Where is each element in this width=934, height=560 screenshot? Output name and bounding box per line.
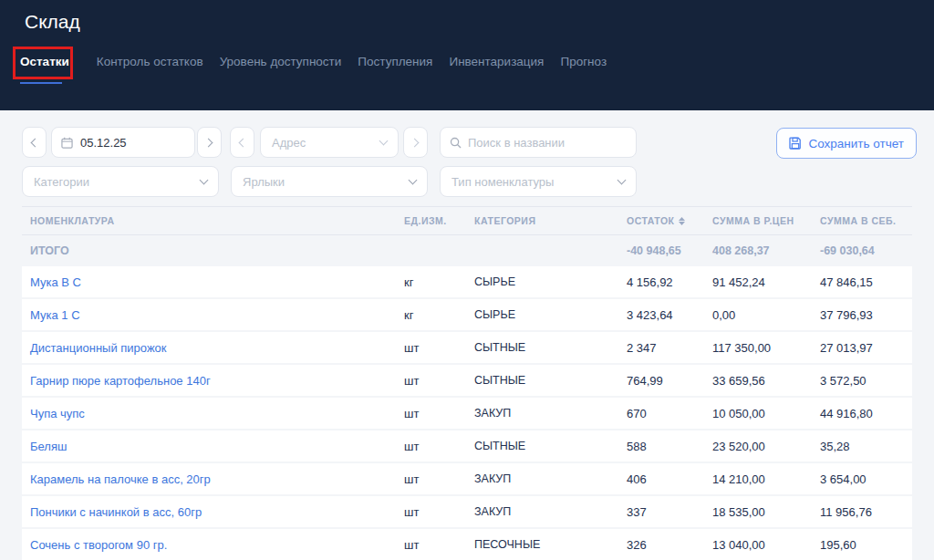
totals-label: ИТОГО (30, 244, 404, 257)
tab-postupleniya[interactable]: Поступления (358, 55, 432, 68)
table-row: Мука 1 С кг СЫРЬЕ 3 423,64 0,00 37 796,9… (22, 299, 912, 330)
table-row: Беляш шт СЫТНЫЕ 588 23 520,00 35,28 (22, 430, 912, 461)
address-select[interactable]: Адрес (260, 127, 399, 158)
search-input[interactable] (468, 136, 623, 150)
date-prev-button[interactable] (22, 127, 47, 158)
table-row: Мука В С кг СЫРЬЕ 4 156,92 91 452,24 47 … (22, 266, 912, 297)
item-link[interactable]: Мука 1 С (30, 308, 404, 322)
chevron-down-icon (379, 136, 389, 145)
totals-sum-cost: -69 030,64 (820, 244, 912, 257)
item-link[interactable]: Пончики с начинкой в асс, 60гр (30, 505, 404, 519)
totals-row: ИТОГО -40 948,65 408 268,37 -69 030,64 (22, 235, 912, 266)
tab-ostatki[interactable]: Остатки (20, 55, 69, 68)
table-row: Дистанционный пирожок шт СЫТНЫЕ 2 347 11… (22, 332, 912, 363)
date-next-button[interactable] (197, 127, 222, 158)
chevron-left-icon (239, 138, 248, 147)
active-tab-underline (20, 82, 62, 84)
col-header-nomenclature: НОМЕНКЛАТУРА (30, 215, 404, 226)
labels-select[interactable]: Ярлыки (231, 166, 428, 197)
nomenclature-type-select[interactable]: Тип номенклатуры (440, 166, 637, 197)
address-prev-button[interactable] (230, 127, 254, 158)
item-link[interactable]: Сочень с творогом 90 гр. (30, 538, 404, 552)
chevron-right-icon (204, 138, 213, 147)
item-link[interactable]: Дистанционный пирожок (30, 341, 404, 355)
date-input[interactable] (80, 136, 171, 150)
search-field[interactable] (440, 127, 637, 158)
top-header: Склад Остатки Контроль остатков Уровень … (0, 0, 934, 110)
chevron-left-icon (31, 138, 40, 147)
table-row: Пончики с начинкой в асс, 60гр шт ЗАКУП … (22, 496, 912, 527)
totals-stock: -40 948,65 (627, 244, 712, 257)
col-header-stock-sortable[interactable]: ОСТАТОК (627, 215, 712, 226)
chevron-down-icon (200, 175, 209, 184)
warehouse-page: Склад Остатки Контроль остатков Уровень … (0, 0, 934, 560)
item-link[interactable]: Гарнир пюре картофельное 140г (30, 374, 404, 388)
table-row: Чупа чупс шт ЗАКУП 670 10 050,00 44 916,… (22, 398, 912, 429)
tab-inventarizatsiya[interactable]: Инвентаризация (449, 55, 544, 68)
table-row: Сочень с творогом 90 гр. шт ПЕСОЧНЫЕ 326… (22, 529, 912, 560)
chevron-down-icon (617, 175, 627, 184)
save-report-button[interactable]: Сохранить отчет (776, 128, 917, 159)
page-title: Склад (25, 11, 80, 33)
categories-select[interactable]: Категории (22, 166, 219, 197)
item-link[interactable]: Карамель на палочке в асс, 20гр (30, 472, 404, 486)
chevron-right-icon (410, 138, 420, 147)
calendar-icon (61, 137, 73, 149)
col-header-category: КАТЕГОРИЯ (474, 215, 627, 226)
item-link[interactable]: Беляш (30, 440, 404, 453)
tabs-bar: Остатки Контроль остатков Уровень доступ… (20, 55, 607, 68)
search-icon (450, 137, 462, 149)
tab-kontrol-ostatkov[interactable]: Контроль остатков (97, 55, 203, 68)
col-header-unit: ЕД.ИЗМ. (404, 215, 474, 226)
stock-table: НОМЕНКЛАТУРА ЕД.ИЗМ. КАТЕГОРИЯ ОСТАТОК С… (22, 206, 912, 560)
address-next-button[interactable] (403, 127, 428, 158)
table-row: Гарнир пюре картофельное 140г шт СЫТНЫЕ … (22, 365, 912, 396)
totals-sum-retail: 408 268,37 (712, 244, 820, 257)
item-link[interactable]: Мука В С (30, 275, 404, 289)
item-link[interactable]: Чупа чупс (30, 407, 404, 420)
tab-uroven-dostupnosti[interactable]: Уровень доступности (220, 55, 342, 68)
table-row: Карамель на палочке в асс, 20гр шт ЗАКУП… (22, 463, 912, 494)
sort-icon (679, 217, 685, 225)
date-picker[interactable] (51, 127, 195, 158)
col-header-sum-cost: СУММА В СЕБ. (820, 215, 912, 226)
tab-prognoz[interactable]: Прогноз (560, 55, 607, 68)
table-header-row: НОМЕНКЛАТУРА ЕД.ИЗМ. КАТЕГОРИЯ ОСТАТОК С… (22, 206, 912, 235)
chevron-down-icon (409, 175, 418, 184)
col-header-sum-retail: СУММА В Р.ЦЕН (712, 215, 820, 226)
save-icon (789, 137, 802, 150)
